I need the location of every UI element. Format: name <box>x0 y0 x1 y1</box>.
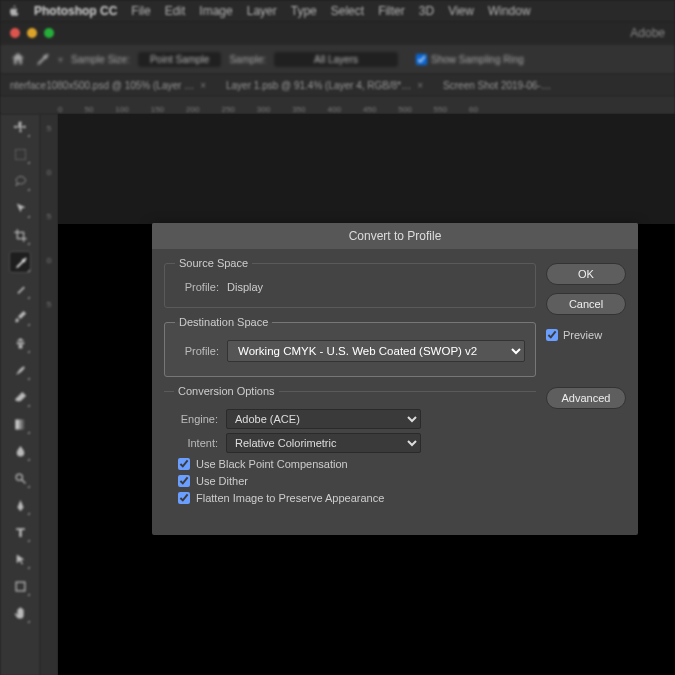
eyedropper-tool[interactable] <box>9 251 31 273</box>
sample-label: Sample: <box>229 54 266 65</box>
cancel-button[interactable]: Cancel <box>546 293 626 315</box>
home-icon[interactable] <box>10 51 26 67</box>
menu-file[interactable]: File <box>131 4 150 18</box>
brush-tool[interactable] <box>9 305 31 327</box>
window-chrome: Adobe <box>0 22 675 44</box>
close-tab-icon[interactable]: × <box>417 80 423 91</box>
rectangle-tool[interactable] <box>9 575 31 597</box>
document-tabs: nterface1080x500.psd @ 105% (Layer …× La… <box>0 74 675 96</box>
preview-checkbox[interactable]: Preview <box>546 329 626 341</box>
horizontal-ruler: 05010015020025030035040045050055060 <box>0 96 675 114</box>
eyedropper-large-icon[interactable] <box>34 51 50 67</box>
destination-space-legend: Destination Space <box>175 316 272 328</box>
crop-tool[interactable] <box>9 224 31 246</box>
advanced-button[interactable]: Advanced <box>546 387 626 409</box>
menu-select[interactable]: Select <box>331 4 364 18</box>
dest-profile-label: Profile: <box>175 345 219 357</box>
minimize-window-icon[interactable] <box>27 28 37 38</box>
intent-label: Intent: <box>174 437 218 449</box>
clone-stamp-tool[interactable] <box>9 332 31 354</box>
destination-space-group: Destination Space Profile: Working CMYK … <box>164 316 536 377</box>
menu-3d[interactable]: 3D <box>419 4 434 18</box>
dialog-title: Convert to Profile <box>152 223 638 249</box>
menu-layer[interactable]: Layer <box>247 4 277 18</box>
source-profile-label: Profile: <box>175 281 219 293</box>
brand-label: Adobe <box>630 26 665 40</box>
menu-view[interactable]: View <box>448 4 474 18</box>
sample-size-select[interactable]: Point Sample <box>138 52 221 67</box>
source-space-group: Source Space Profile: Display <box>164 257 536 308</box>
zoom-window-icon[interactable] <box>44 28 54 38</box>
pen-tool[interactable] <box>9 494 31 516</box>
gradient-tool[interactable] <box>9 413 31 435</box>
blur-tool[interactable] <box>9 440 31 462</box>
menu-bar: Photoshop CC File Edit Image Layer Type … <box>0 0 675 22</box>
hand-tool[interactable] <box>9 602 31 624</box>
path-select-tool[interactable] <box>9 548 31 570</box>
close-window-icon[interactable] <box>10 28 20 38</box>
black-point-checkbox[interactable]: Use Black Point Compensation <box>178 458 526 470</box>
menu-window[interactable]: Window <box>488 4 531 18</box>
menu-filter[interactable]: Filter <box>378 4 405 18</box>
svg-rect-3 <box>16 582 25 591</box>
tab-1[interactable]: Layer 1.psb @ 91.4% (Layer 4, RGB/8*…× <box>216 80 433 91</box>
options-bar: ▾ Sample Size: Point Sample Sample: All … <box>0 44 675 74</box>
source-profile-value: Display <box>227 281 263 293</box>
convert-to-profile-dialog: Convert to Profile Source Space Profile:… <box>152 223 638 535</box>
close-tab-icon[interactable]: × <box>200 80 206 91</box>
toolbar <box>0 114 40 675</box>
conversion-options-legend: Conversion Options <box>174 385 279 397</box>
eraser-tool[interactable] <box>9 386 31 408</box>
ok-button[interactable]: OK <box>546 263 626 285</box>
engine-label: Engine: <box>174 413 218 425</box>
move-tool[interactable] <box>9 116 31 138</box>
show-sampling-ring-checkbox[interactable]: Show Sampling Ring <box>416 54 524 65</box>
menu-type[interactable]: Type <box>291 4 317 18</box>
sample-select[interactable]: All Layers <box>274 52 398 67</box>
dest-profile-select[interactable]: Working CMYK - U.S. Web Coated (SWOP) v2 <box>227 340 525 362</box>
app-name: Photoshop CC <box>34 4 117 18</box>
menu-image[interactable]: Image <box>199 4 232 18</box>
svg-rect-1 <box>15 419 25 429</box>
engine-select[interactable]: Adobe (ACE) <box>226 409 421 429</box>
source-space-legend: Source Space <box>175 257 252 269</box>
sample-size-label: Sample Size: <box>71 54 130 65</box>
healing-brush-tool[interactable] <box>9 278 31 300</box>
lasso-tool[interactable] <box>9 170 31 192</box>
intent-select[interactable]: Relative Colorimetric <box>226 433 421 453</box>
vertical-ruler: 50505 <box>40 114 58 675</box>
use-dither-checkbox[interactable]: Use Dither <box>178 475 526 487</box>
tab-2[interactable]: Screen Shot 2019-06-… <box>433 80 561 91</box>
quick-select-tool[interactable] <box>9 197 31 219</box>
marquee-tool[interactable] <box>9 143 31 165</box>
apple-icon <box>8 5 20 17</box>
svg-rect-0 <box>15 149 25 159</box>
menu-edit[interactable]: Edit <box>165 4 186 18</box>
history-brush-tool[interactable] <box>9 359 31 381</box>
dodge-tool[interactable] <box>9 467 31 489</box>
conversion-options-group: Conversion Options Engine: Adobe (ACE) I… <box>164 385 536 519</box>
flatten-checkbox[interactable]: Flatten Image to Preserve Appearance <box>178 492 526 504</box>
type-tool[interactable] <box>9 521 31 543</box>
tab-0[interactable]: nterface1080x500.psd @ 105% (Layer …× <box>0 80 216 91</box>
svg-point-2 <box>16 474 22 480</box>
